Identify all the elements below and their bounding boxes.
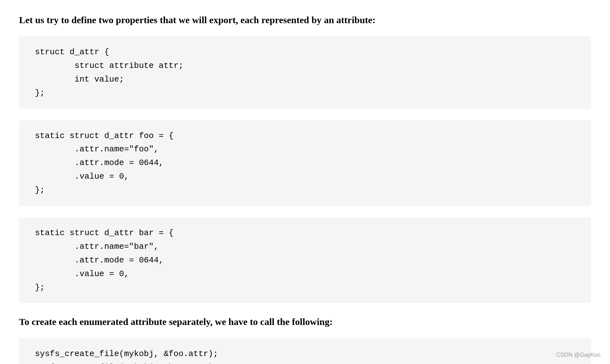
code-block-d-attr-struct: struct d_attr { struct attribute attr; i…: [19, 36, 591, 109]
intro-paragraph: Let us try to define two properties that…: [19, 13, 591, 27]
watermark: CSDN @GayKoo: [556, 352, 600, 358]
code-block-bar-struct: static struct d_attr bar = { .attr.name=…: [19, 217, 591, 303]
code-block-foo-struct: static struct d_attr foo = { .attr.name=…: [19, 120, 591, 206]
section-paragraph: To create each enumerated attribute sepa…: [19, 314, 591, 329]
code-block-sysfs-create: sysfs_create_file(mykobj, &foo.attr); sy…: [19, 338, 591, 364]
